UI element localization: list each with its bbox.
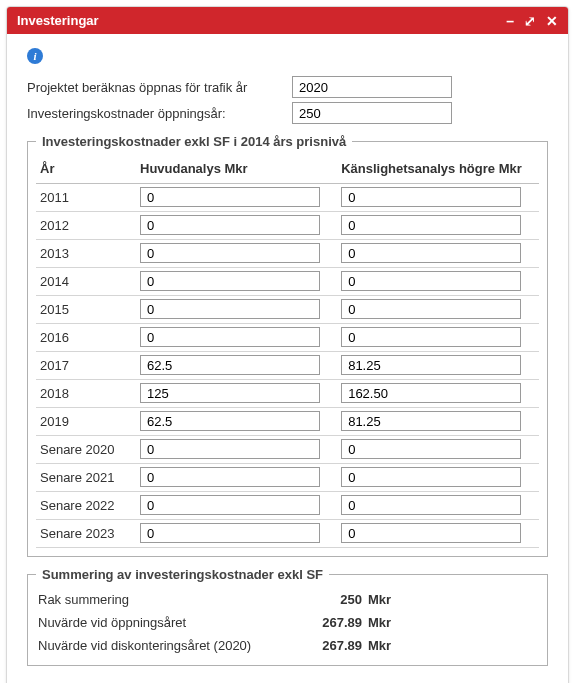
dialog-content: i Projektet beräknas öppnas för trafik å… (7, 34, 568, 682)
year-cell: Senare 2021 (36, 463, 136, 491)
main-input[interactable] (140, 215, 320, 235)
summary-row: Nuvärde vid diskonteringsåret (2020)267.… (36, 634, 539, 657)
sens-input[interactable] (341, 383, 521, 403)
table-row: 2016 (36, 323, 539, 351)
summary-fieldset: Summering av investeringskostnader exkl … (27, 567, 548, 666)
sens-input[interactable] (341, 215, 521, 235)
summary-value: 267.89 (308, 638, 368, 653)
summary-unit: Mkr (368, 615, 391, 630)
main-cell (136, 239, 337, 267)
summary-label: Nuvärde vid öppningsåret (38, 615, 308, 630)
sens-input[interactable] (341, 327, 521, 347)
year-cell: 2018 (36, 379, 136, 407)
year-cell: 2019 (36, 407, 136, 435)
sens-cell (337, 267, 539, 295)
maximize-icon[interactable]: ⤢ (524, 14, 536, 28)
sens-cell (337, 379, 539, 407)
summary-unit: Mkr (368, 592, 391, 607)
year-cell: 2011 (36, 183, 136, 211)
window-title: Investeringar (17, 13, 99, 28)
col-main: Huvudanalys Mkr (136, 155, 337, 183)
main-input[interactable] (140, 327, 320, 347)
open-year-label: Projektet beräknas öppnas för trafik år (27, 80, 292, 95)
sens-input[interactable] (341, 243, 521, 263)
main-input[interactable] (140, 383, 320, 403)
main-input[interactable] (140, 495, 320, 515)
minimize-icon[interactable]: – (506, 14, 514, 28)
sens-input[interactable] (341, 271, 521, 291)
main-cell (136, 463, 337, 491)
dialog-window: Investeringar – ⤢ ✕ i Projektet beräknas… (6, 6, 569, 683)
sens-input[interactable] (341, 439, 521, 459)
cost-input[interactable] (292, 102, 452, 124)
info-icon[interactable]: i (27, 48, 43, 64)
main-input[interactable] (140, 411, 320, 431)
summary-label: Nuvärde vid diskonteringsåret (2020) (38, 638, 308, 653)
summary-row: Rak summering250Mkr (36, 588, 539, 611)
main-input[interactable] (140, 523, 320, 543)
year-cell: 2015 (36, 295, 136, 323)
sens-cell (337, 211, 539, 239)
table-row: 2013 (36, 239, 539, 267)
year-cell: 2013 (36, 239, 136, 267)
titlebar: Investeringar – ⤢ ✕ (7, 7, 568, 34)
costs-fieldset: Investeringskostnader exkl SF i 2014 års… (27, 134, 548, 557)
year-cell: Senare 2023 (36, 519, 136, 547)
sens-input[interactable] (341, 355, 521, 375)
main-input[interactable] (140, 299, 320, 319)
summary-value: 250 (308, 592, 368, 607)
main-input[interactable] (140, 467, 320, 487)
main-cell (136, 491, 337, 519)
sens-cell (337, 323, 539, 351)
costs-legend: Investeringskostnader exkl SF i 2014 års… (36, 134, 352, 149)
table-row: Senare 2020 (36, 435, 539, 463)
costs-table: År Huvudanalys Mkr Känslighetsanalys hög… (36, 155, 539, 548)
main-input[interactable] (140, 187, 320, 207)
main-cell (136, 407, 337, 435)
main-cell (136, 323, 337, 351)
main-input[interactable] (140, 243, 320, 263)
sens-cell (337, 351, 539, 379)
col-sens: Känslighetsanalys högre Mkr (337, 155, 539, 183)
table-row: 2015 (36, 295, 539, 323)
table-row: Senare 2023 (36, 519, 539, 547)
sens-cell (337, 295, 539, 323)
sens-cell (337, 435, 539, 463)
cost-label: Investeringskostnader öppningsår: (27, 106, 292, 121)
summary-unit: Mkr (368, 638, 391, 653)
main-cell (136, 519, 337, 547)
form-row-open-year: Projektet beräknas öppnas för trafik år (27, 76, 548, 98)
sens-input[interactable] (341, 411, 521, 431)
sens-cell (337, 491, 539, 519)
year-cell: 2017 (36, 351, 136, 379)
sens-input[interactable] (341, 523, 521, 543)
year-cell: Senare 2020 (36, 435, 136, 463)
summary-label: Rak summering (38, 592, 308, 607)
sens-input[interactable] (341, 187, 521, 207)
main-input[interactable] (140, 439, 320, 459)
table-row: 2014 (36, 267, 539, 295)
main-cell (136, 211, 337, 239)
table-row: Senare 2022 (36, 491, 539, 519)
table-row: 2019 (36, 407, 539, 435)
main-cell (136, 379, 337, 407)
summary-value: 267.89 (308, 615, 368, 630)
table-row: Senare 2021 (36, 463, 539, 491)
table-row: 2017 (36, 351, 539, 379)
year-cell: 2014 (36, 267, 136, 295)
main-input[interactable] (140, 271, 320, 291)
main-input[interactable] (140, 355, 320, 375)
table-row: 2018 (36, 379, 539, 407)
summary-row: Nuvärde vid öppningsåret267.89Mkr (36, 611, 539, 634)
sens-cell (337, 183, 539, 211)
open-year-input[interactable] (292, 76, 452, 98)
sens-input[interactable] (341, 467, 521, 487)
sens-cell (337, 519, 539, 547)
main-cell (136, 435, 337, 463)
sens-input[interactable] (341, 495, 521, 515)
year-cell: 2016 (36, 323, 136, 351)
main-cell (136, 267, 337, 295)
sens-input[interactable] (341, 299, 521, 319)
close-icon[interactable]: ✕ (546, 14, 558, 28)
year-cell: 2012 (36, 211, 136, 239)
